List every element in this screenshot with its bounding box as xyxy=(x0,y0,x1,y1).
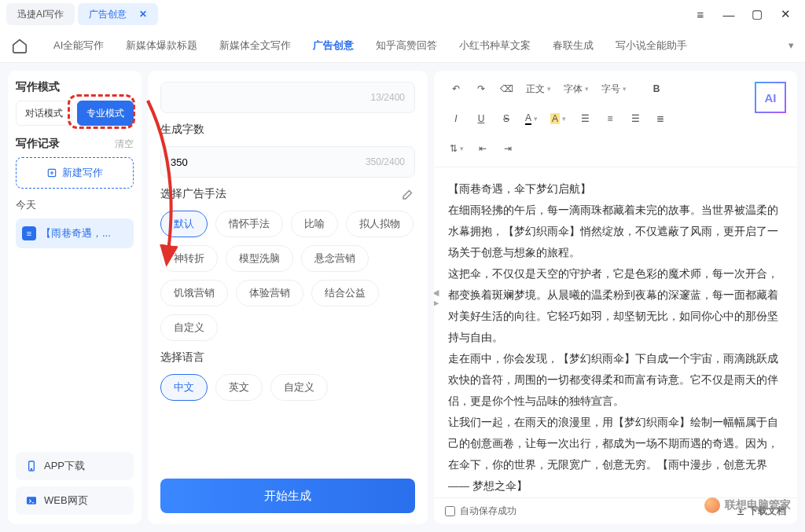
method-label: 选择广告手法 xyxy=(160,187,226,201)
form-panel: 13/2400 生成字数 350/2400 选择广告手法 默认 情怀手法 比喻 … xyxy=(148,71,428,524)
align-left-button[interactable]: ☰ xyxy=(574,108,596,129)
edit-method-icon[interactable] xyxy=(401,187,415,201)
home-icon[interactable] xyxy=(11,37,28,54)
nav-zhihu[interactable]: 知乎高赞回答 xyxy=(365,39,448,53)
undo-button[interactable]: ↶ xyxy=(445,79,467,99)
nav-ad-creative[interactable]: 广告创意 xyxy=(302,39,365,53)
clear-format-button[interactable]: ⌫ xyxy=(495,79,518,99)
records-label: 写作记录 xyxy=(16,137,60,151)
align-justify-button[interactable]: ≣ xyxy=(649,108,671,129)
lang-chips: 中文 英文 自定义 xyxy=(160,374,415,401)
doc-p5: 让我们一起，在雨天的浪漫里，用【梦幻织雨伞】绘制一幅幅属于自己的创意画卷，让每一… xyxy=(448,412,783,497)
app-download-link[interactable]: APP下载 xyxy=(16,452,134,480)
italic-button[interactable]: I xyxy=(445,108,467,129)
nav-chunlian[interactable]: 春联生成 xyxy=(542,39,605,53)
resize-handle[interactable]: ◀ ▶ xyxy=(434,288,442,308)
font-color-button[interactable]: A xyxy=(520,108,542,129)
editor-panel: ◀ ▶ ↶ ↷ ⌫ 正文 字体 字号 B I U S A A ☰ ≡ ☰ ≣ xyxy=(434,71,797,524)
history-item[interactable]: ≡ 【雨巷奇遇，... xyxy=(16,218,134,248)
document-content[interactable]: 【雨巷奇遇，伞下梦幻启航】 在细雨轻拂的午后，每一滴雨珠都藏着未完的故事。当世界… xyxy=(434,167,797,497)
indent-in-button[interactable]: ⇥ xyxy=(497,138,519,159)
nav-media-title[interactable]: 新媒体爆款标题 xyxy=(115,39,208,53)
history-item-icon: ≡ xyxy=(22,226,36,240)
lang-zh[interactable]: 中文 xyxy=(160,374,208,401)
method-xuannian[interactable]: 悬念营销 xyxy=(301,245,369,272)
minimize-button[interactable]: — xyxy=(722,7,736,21)
autosave-checkbox[interactable] xyxy=(445,506,455,516)
mode-label: 写作模式 xyxy=(16,80,134,94)
svg-rect-3 xyxy=(27,497,36,504)
close-tab-icon[interactable]: ✕ xyxy=(139,9,147,20)
topic-input-box: 13/2400 xyxy=(160,82,415,113)
doc-p2: 在细雨轻拂的午后，每一滴雨珠都藏着未完的故事。当世界被温柔的水幕拥抱，【梦幻织雨… xyxy=(448,200,783,263)
method-shenzhuan[interactable]: 神转折 xyxy=(160,245,218,272)
editor-toolbar: ↶ ↷ ⌫ 正文 字体 字号 B I U S A A ☰ ≡ ☰ ≣ ⇅ xyxy=(434,71,797,167)
topic-input[interactable] xyxy=(171,92,371,104)
method-gongyi[interactable]: 结合公益 xyxy=(311,280,379,306)
menu-icon[interactable]: ≡ xyxy=(693,7,708,21)
new-write-button[interactable]: 新建写作 xyxy=(16,157,134,189)
watermark-logo-icon xyxy=(704,497,720,513)
nav-more-dropdown[interactable]: ▾ xyxy=(788,39,794,51)
align-center-button[interactable]: ≡ xyxy=(599,108,621,129)
history-item-label: 【雨巷奇遇，... xyxy=(41,226,111,240)
count-label: 生成字数 xyxy=(160,123,415,137)
method-custom[interactable]: 自定义 xyxy=(160,314,218,341)
doc-p1: 【雨巷奇遇，伞下梦幻启航】 xyxy=(448,178,783,200)
nav-media-full[interactable]: 新媒体全文写作 xyxy=(208,39,302,53)
line-height-button[interactable]: ⇅ xyxy=(445,138,469,159)
method-biyu[interactable]: 比喻 xyxy=(291,211,338,237)
watermark: 联想电脑管家 xyxy=(704,497,791,513)
new-write-label: 新建写作 xyxy=(62,166,103,180)
font-size-dropdown[interactable]: 字号 xyxy=(597,79,631,99)
new-write-icon xyxy=(46,167,57,178)
ai-badge[interactable]: AI xyxy=(755,82,786,113)
method-xinao[interactable]: 模型洗脑 xyxy=(226,245,293,272)
bold-button[interactable]: B xyxy=(645,79,667,99)
align-right-button[interactable]: ☰ xyxy=(624,108,646,129)
web-icon xyxy=(25,494,38,507)
app-tab-label: 迅捷AI写作 xyxy=(17,8,64,21)
mode-chat[interactable]: 对话模式 xyxy=(16,101,72,126)
doc-p3: 这把伞，不仅仅是天空的守护者，它是色彩的魔术师，每一次开合，都变换着斑斓梦境。从… xyxy=(448,263,783,348)
lang-en[interactable]: 英文 xyxy=(215,374,263,401)
active-doc-tab[interactable]: 广告创意 ✕ xyxy=(78,3,158,25)
app-tab[interactable]: 迅捷AI写作 xyxy=(6,3,75,25)
count-input[interactable] xyxy=(171,156,366,168)
sidebar: 写作模式 对话模式 专业模式 写作记录 清空 新建写作 今天 ≡ 【雨巷奇遇，.… xyxy=(8,71,142,524)
active-doc-tab-label: 广告创意 xyxy=(89,8,127,21)
clear-records[interactable]: 清空 xyxy=(115,138,134,151)
phone-icon xyxy=(25,460,38,472)
indent-out-button[interactable]: ⇤ xyxy=(472,138,494,159)
today-label: 今天 xyxy=(16,198,134,212)
redo-button[interactable]: ↷ xyxy=(470,79,492,99)
close-window-button[interactable]: ✕ xyxy=(778,7,792,21)
maximize-button[interactable]: ▢ xyxy=(750,7,764,21)
method-default[interactable]: 默认 xyxy=(160,211,208,237)
method-chips: 默认 情怀手法 比喻 拟人拟物 神转折 模型洗脑 悬念营销 饥饿营销 体验营销 … xyxy=(160,211,415,341)
method-niren[interactable]: 拟人拟物 xyxy=(346,211,414,237)
lang-custom[interactable]: 自定义 xyxy=(270,374,328,401)
lang-label: 选择语言 xyxy=(160,350,415,365)
count-counter: 350/2400 xyxy=(366,156,405,167)
highlight-button[interactable]: A xyxy=(546,108,571,129)
watermark-text: 联想电脑管家 xyxy=(725,498,791,512)
mode-pro[interactable]: 专业模式 xyxy=(77,101,134,126)
web-page-link[interactable]: WEB网页 xyxy=(16,486,134,515)
method-jie[interactable]: 饥饿营销 xyxy=(160,280,228,306)
start-generate-button[interactable]: 开始生成 xyxy=(160,479,415,513)
method-qinghuai[interactable]: 情怀手法 xyxy=(215,211,283,237)
paragraph-dropdown[interactable]: 正文 xyxy=(521,79,556,99)
underline-button[interactable]: U xyxy=(470,108,492,129)
topic-counter: 13/2400 xyxy=(371,92,405,103)
method-tiyan[interactable]: 体验营销 xyxy=(236,280,303,306)
nav-novel[interactable]: 写小说全能助手 xyxy=(605,39,698,53)
navbar: AI全能写作 新媒体爆款标题 新媒体全文写作 广告创意 知乎高赞回答 小红书种草… xyxy=(0,28,805,63)
strike-button[interactable]: S xyxy=(495,108,517,129)
nav-xhs[interactable]: 小红书种草文案 xyxy=(448,39,542,53)
font-family-dropdown[interactable]: 字体 xyxy=(559,79,594,99)
nav-all-writing[interactable]: AI全能写作 xyxy=(42,39,115,53)
ai-badge-label: AI xyxy=(765,91,777,105)
web-page-label: WEB网页 xyxy=(44,493,88,508)
svg-point-2 xyxy=(31,468,31,469)
